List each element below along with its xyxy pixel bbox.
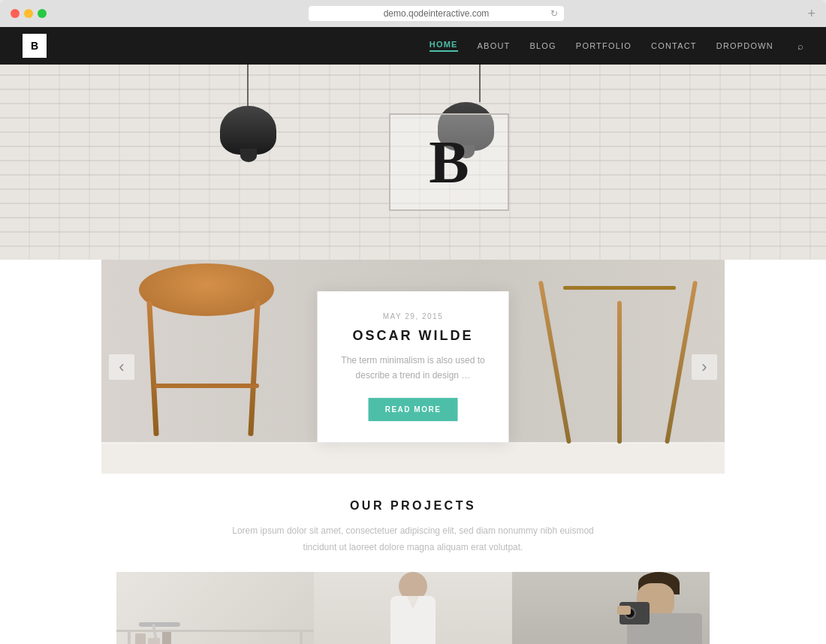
nav-item-dropdown[interactable]: DROPDOWN [716, 41, 773, 50]
close-button[interactable] [11, 9, 20, 18]
search-icon[interactable]: ⌕ [797, 41, 803, 52]
projects-description: Lorem ipsum dolor sit amet, consectetuer… [218, 523, 608, 555]
projects-title: OUR PROJECTS [15, 499, 811, 513]
nav-item-portfolio[interactable]: PORTFOLIO [576, 41, 632, 50]
window-buttons [11, 9, 47, 18]
slider-next-arrow[interactable]: › [692, 354, 717, 380]
hero-logo-frame: B [389, 113, 509, 211]
maximize-button[interactable] [38, 9, 47, 18]
nav-item-contact[interactable]: CONTACT [651, 41, 697, 50]
minimize-button[interactable] [24, 9, 33, 18]
navigation: B HOME ABOUT BLOG PORTFOLIO CONTACT DROP… [0, 27, 826, 65]
slider-section: ‹ › MAY 29, 2015 OSCAR WILDE The term mi… [101, 260, 725, 474]
browser-titlebar: demo.qodeinteractive.com ↻ + [0, 0, 826, 27]
hero-section: B [0, 65, 826, 260]
projects-section: OUR PROJECTS Lorem ipsum dolor sit amet,… [0, 474, 826, 644]
nav-menu: HOME ABOUT BLOG PORTFOLIO CONTACT DROPDO… [430, 40, 803, 52]
refresh-icon[interactable]: ↻ [550, 8, 558, 19]
nav-logo[interactable]: B [23, 34, 47, 58]
slider-card: MAY 29, 2015 OSCAR WILDE The term minima… [318, 291, 509, 443]
project-item-3[interactable] [512, 572, 710, 644]
website-content: B HOME ABOUT BLOG PORTFOLIO CONTACT DROP… [0, 27, 826, 644]
new-tab-button[interactable]: + [807, 6, 815, 22]
card-text: The term minimalism is also used to desc… [337, 353, 490, 384]
read-more-button[interactable]: READ MORE [369, 398, 458, 421]
slider-prev-arrow[interactable]: ‹ [109, 354, 134, 380]
nav-item-blog[interactable]: BLOG [529, 41, 556, 50]
card-title: OSCAR WILDE [337, 328, 490, 344]
projects-grid [116, 572, 710, 644]
browser-chrome: demo.qodeinteractive.com ↻ + B HOME ABOU… [0, 0, 826, 644]
nav-item-about[interactable]: ABOUT [478, 41, 511, 50]
hero-logo-letter: B [429, 128, 469, 197]
lamp-left [218, 65, 278, 106]
nav-item-home[interactable]: HOME [430, 40, 458, 52]
furniture-stool [131, 263, 282, 444]
card-date: MAY 29, 2015 [337, 312, 490, 320]
furniture-easel [559, 260, 680, 444]
project-item-2[interactable] [314, 572, 511, 644]
url-text: demo.qodeinteractive.com [384, 8, 490, 19]
project-item-1[interactable] [116, 572, 314, 644]
address-bar[interactable]: demo.qodeinteractive.com ↻ [57, 6, 815, 21]
